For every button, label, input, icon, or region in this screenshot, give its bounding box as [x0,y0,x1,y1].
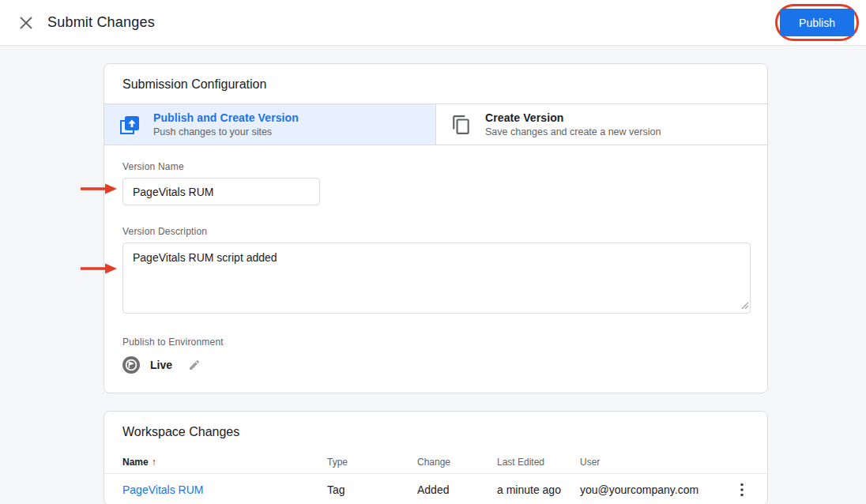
option-title: Publish and Create Version [153,111,299,124]
version-name-input[interactable] [122,178,320,205]
submission-type-options: Publish and Create Version Push changes … [104,103,767,145]
environment-value: Live [150,359,172,371]
submission-configuration-title: Submission Configuration [104,64,767,103]
workspace-changes-title: Workspace Changes [104,412,767,451]
copy-icon [450,114,473,136]
version-name-label: Version Name [122,161,749,172]
publish-highlight-annotation: Publish [775,4,859,41]
column-header-user[interactable]: User [580,457,732,468]
row-overflow-menu-icon[interactable] [736,483,748,497]
sort-ascending-icon[interactable]: ↑ [152,457,156,468]
red-arrow-version-description-annotation [81,261,117,279]
close-icon[interactable] [18,15,34,31]
publish-button[interactable]: Publish [780,9,854,36]
submission-form: Version Name Version Description PageVit… [104,145,767,393]
change-user: you@yourcompany.com [580,483,732,496]
option-title: Create Version [485,111,661,124]
workspace-changes-card: Workspace Changes Name ↑ Type Change Las… [104,411,768,504]
change-type: Tag [327,483,417,496]
publish-icon [119,114,141,136]
submission-configuration-card: Submission Configuration Publish and Cre… [104,63,768,393]
column-header-last-edited[interactable]: Last Edited [497,457,580,468]
option-create-version[interactable]: Create Version Save changes and create a… [435,104,767,145]
column-header-change[interactable]: Change [417,457,497,468]
red-arrow-version-name-annotation [81,182,117,199]
column-header-type[interactable]: Type [327,457,417,468]
edit-environment-button[interactable] [188,359,201,371]
page-title: Submit Changes [47,14,155,31]
version-description-textarea[interactable]: PageVitals RUM script added [122,243,751,314]
pencil-icon [188,359,201,371]
top-bar: Submit Changes Publish [0,0,866,46]
option-subtitle: Push changes to your sites [153,126,299,137]
column-header-name[interactable]: Name [122,457,149,468]
option-publish-and-create-version[interactable]: Publish and Create Version Push changes … [104,104,435,145]
version-description-label: Version Description [122,226,749,237]
change-kind: Added [417,483,497,496]
table-row: PageVitals RUM Tag Added a minute ago yo… [104,474,767,504]
change-last-edited: a minute ago [497,483,580,496]
publish-environment-label: Publish to Environment [122,337,749,348]
change-name-link[interactable]: PageVitals RUM [122,483,203,496]
environment-icon [122,356,140,374]
resize-handle-icon[interactable] [740,298,748,312]
table-header-row: Name ↑ Type Change Last Edited User [104,451,767,474]
option-subtitle: Save changes and create a new version [485,126,661,137]
